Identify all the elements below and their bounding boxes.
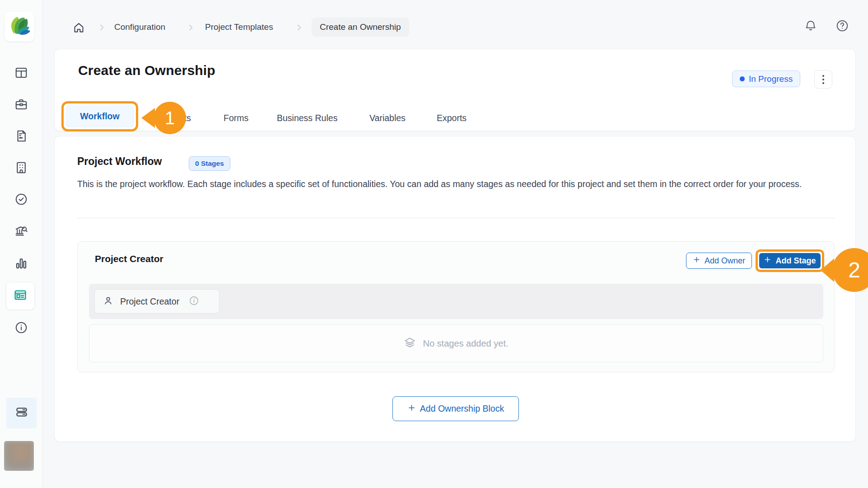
sidebar-item-projects[interactable] xyxy=(14,98,29,113)
building-icon xyxy=(14,161,28,176)
sidebar xyxy=(0,0,43,488)
document-icon xyxy=(14,129,28,145)
check-circle-icon xyxy=(14,192,28,208)
avatar-image xyxy=(4,441,34,471)
owner-chip[interactable]: Project Creator xyxy=(94,289,219,314)
breadcrumb-configuration[interactable]: Configuration xyxy=(114,22,165,32)
sidebar-item-documents[interactable] xyxy=(14,129,29,145)
annotation-step-1-number: 1 xyxy=(165,108,175,128)
tab-variables[interactable]: Variables xyxy=(369,113,406,123)
add-ownership-block-label: Add Ownership Block xyxy=(420,404,504,414)
dashboard-icon xyxy=(14,66,28,81)
workflow-description: This is the project workflow. Each stage… xyxy=(77,177,827,191)
plus-icon xyxy=(693,256,700,266)
app-logo[interactable] xyxy=(5,12,34,42)
person-icon xyxy=(103,296,113,308)
add-stage-label: Add Stage xyxy=(775,256,816,266)
server-stack-icon xyxy=(14,405,29,421)
annotation-step-1-balloon: 1 xyxy=(154,102,186,134)
sidebar-item-data-sources[interactable] xyxy=(6,398,37,428)
sidebar-item-info[interactable] xyxy=(14,321,29,336)
info-circle-icon xyxy=(14,321,28,336)
sidebar-item-institutions[interactable] xyxy=(14,224,29,239)
layers-icon xyxy=(404,337,416,351)
stage-count-badge: 0 Stages xyxy=(189,156,230,171)
notifications-button[interactable] xyxy=(803,19,818,34)
help-button[interactable] xyxy=(835,19,850,34)
sidebar-item-approvals[interactable] xyxy=(14,192,29,208)
more-actions-button[interactable] xyxy=(814,70,832,89)
status-badge: In Progress xyxy=(732,70,800,87)
bell-icon xyxy=(804,19,817,34)
tab-business-rules[interactable]: Business Rules xyxy=(277,113,337,123)
chevron-right-icon xyxy=(97,23,106,34)
owner-bar: Project Creator xyxy=(89,284,823,319)
user-avatar[interactable] xyxy=(4,441,34,471)
project-workflow-card: Project Workflow 0 Stages This is the pr… xyxy=(54,136,856,442)
annotation-highlight-add-stage: Add Stage xyxy=(756,249,824,272)
leaf-logo-icon xyxy=(8,14,31,39)
bank-search-icon xyxy=(14,224,28,239)
plus-icon xyxy=(407,404,416,414)
question-circle-icon xyxy=(835,19,849,34)
info-icon[interactable] xyxy=(189,296,199,308)
sidebar-item-reports[interactable] xyxy=(14,257,29,272)
home-icon[interactable] xyxy=(71,20,86,35)
briefcase-icon xyxy=(14,98,28,113)
status-badge-label: In Progress xyxy=(749,74,793,84)
chevron-right-icon xyxy=(294,23,303,34)
plus-icon xyxy=(764,256,771,266)
kebab-icon xyxy=(822,75,824,77)
tab-workflow-active[interactable]: Workflow xyxy=(65,105,134,127)
tab-exports[interactable]: Exports xyxy=(437,113,467,123)
app-screen: Configuration Project Templates Create a… xyxy=(0,0,868,488)
sidebar-item-organizations[interactable] xyxy=(14,161,29,176)
template-card-icon xyxy=(13,288,28,304)
add-owner-label: Add Owner xyxy=(705,256,745,266)
add-stage-button[interactable]: Add Stage xyxy=(759,253,821,268)
sidebar-item-templates-selected[interactable] xyxy=(6,282,35,310)
bar-chart-icon xyxy=(14,257,28,272)
annotation-step-2-number: 2 xyxy=(848,258,860,282)
annotation-highlight-workflow-tab: Workflow xyxy=(61,101,138,131)
status-dot-icon xyxy=(740,76,745,81)
breadcrumb-current-page: Create an Ownership xyxy=(312,18,409,37)
workflow-heading: Project Workflow xyxy=(77,155,162,168)
owner-chip-label: Project Creator xyxy=(120,296,179,307)
add-owner-button[interactable]: Add Owner xyxy=(686,253,752,269)
ownership-block: Project Creator Add Owner Project Creato… xyxy=(77,241,835,372)
ownership-block-title: Project Creator xyxy=(95,253,163,264)
divider xyxy=(77,218,835,218)
empty-stages-state: No stages added yet. xyxy=(89,324,823,362)
empty-stages-label: No stages added yet. xyxy=(423,338,508,349)
add-ownership-block-button[interactable]: Add Ownership Block xyxy=(392,396,519,421)
sidebar-item-dashboard[interactable] xyxy=(14,66,29,81)
page-title: Create an Ownership xyxy=(78,63,215,78)
chevron-right-icon xyxy=(186,23,195,34)
tab-forms[interactable]: Forms xyxy=(224,113,248,123)
breadcrumb-project-templates[interactable]: Project Templates xyxy=(205,22,273,32)
